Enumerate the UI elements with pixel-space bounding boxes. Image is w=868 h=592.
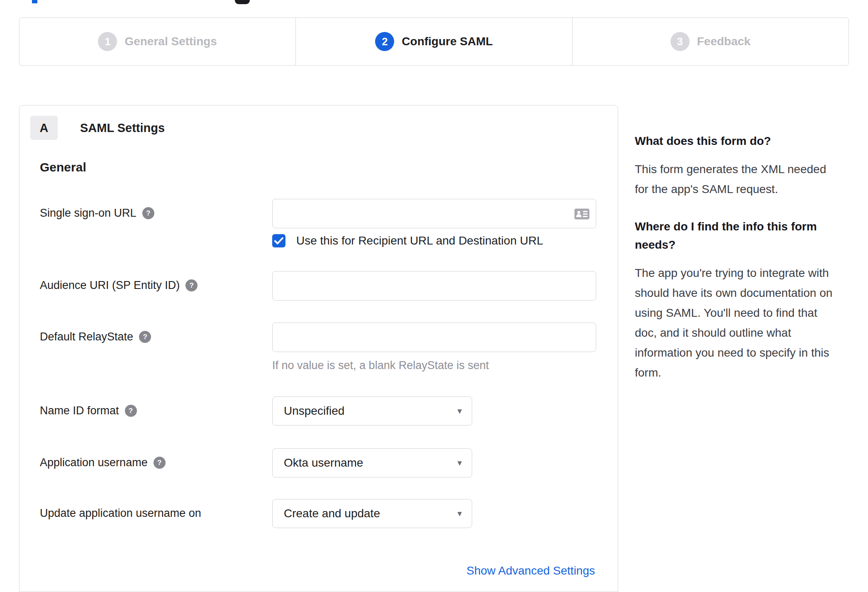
sso-url-help-icon[interactable]: ?: [142, 207, 154, 219]
name-id-format-label-wrap: Name ID format?: [20, 396, 272, 426]
relay-state-help-icon[interactable]: ?: [139, 331, 151, 343]
application-username-help-icon[interactable]: ?: [154, 457, 166, 469]
audience-uri-label: Audience URI (SP Entity ID): [40, 279, 180, 291]
step-1-label: General Settings: [124, 35, 217, 48]
audience-uri-label-wrap: Audience URI (SP Entity ID)?: [20, 271, 272, 301]
sso-url-row: Single sign-on URL?: [20, 199, 618, 247]
sso-url-label-wrap: Single sign-on URL?: [20, 199, 272, 247]
relay-state-input[interactable]: [272, 323, 596, 352]
section-header: A SAML Settings: [20, 105, 618, 140]
application-username-label: Application username: [40, 456, 148, 469]
step-general-settings[interactable]: 1 General Settings: [20, 18, 295, 65]
checkmark-icon: [274, 237, 283, 245]
recipient-url-checkbox-label: Use this for Recipient URL and Destinati…: [296, 234, 543, 247]
chevron-down-icon: ▾: [457, 458, 462, 468]
help-section-where: Where do I find the info this form needs…: [635, 218, 842, 383]
saml-settings-panel: A SAML Settings General Single sign-on U…: [19, 105, 618, 592]
general-group-title: General: [40, 160, 618, 174]
show-advanced-settings-link[interactable]: Show Advanced Settings: [466, 564, 595, 577]
name-id-format-value: Unspecified: [284, 404, 344, 418]
relay-state-label-wrap: Default RelayState?: [20, 323, 272, 372]
help-where-heading: Where do I find the info this form needs…: [635, 218, 842, 254]
cutoff-blue-title-fragment: [32, 0, 37, 3]
saml-form: Single sign-on URL?: [20, 199, 618, 577]
step-2-label: Configure SAML: [402, 35, 493, 48]
contact-card-icon: [574, 208, 590, 220]
audience-uri-help-icon[interactable]: ?: [185, 279, 197, 291]
audience-uri-input[interactable]: [272, 271, 596, 301]
update-username-value: Create and update: [284, 507, 380, 520]
help-section-what: What does this form do? This form genera…: [635, 132, 842, 199]
cutoff-dark-icon-fragment: [235, 0, 250, 4]
chevron-down-icon: ▾: [457, 509, 462, 519]
step-1-circle: 1: [98, 32, 117, 51]
update-username-row: Update application username on Create an…: [20, 499, 618, 528]
help-what-body: This form generates the XML needed for t…: [635, 159, 842, 199]
audience-uri-row: Audience URI (SP Entity ID)?: [20, 271, 618, 301]
update-username-label: Update application username on: [40, 507, 201, 519]
application-username-row: Application username? Okta username ▾: [20, 448, 618, 477]
sso-url-input[interactable]: [272, 199, 596, 228]
step-3-circle: 3: [671, 32, 690, 51]
step-feedback[interactable]: 3 Feedback: [572, 18, 848, 65]
relay-state-label: Default RelayState: [40, 330, 133, 343]
application-username-label-wrap: Application username?: [20, 448, 272, 477]
name-id-format-row: Name ID format? Unspecified ▾: [20, 396, 618, 426]
application-username-select[interactable]: Okta username ▾: [272, 448, 472, 477]
step-configure-saml[interactable]: 2 Configure SAML: [295, 18, 572, 65]
help-sidebar: What does this form do? This form genera…: [635, 132, 842, 383]
help-where-body: The app you're trying to integrate with …: [635, 263, 842, 383]
name-id-format-select[interactable]: Unspecified ▾: [272, 396, 472, 426]
step-2-circle: 2: [375, 32, 394, 51]
update-username-select[interactable]: Create and update ▾: [272, 499, 472, 528]
relay-state-helper-text: If no value is set, a blank RelayState i…: [272, 359, 596, 372]
chevron-down-icon: ▾: [457, 406, 462, 416]
sso-url-label: Single sign-on URL: [40, 207, 137, 219]
relay-state-row: Default RelayState? If no value is set, …: [20, 323, 618, 372]
wizard-stepper: 1 General Settings 2 Configure SAML 3 Fe…: [19, 17, 849, 66]
update-username-label-wrap: Update application username on: [20, 499, 272, 528]
section-a-badge: A: [30, 116, 58, 140]
recipient-url-checkbox[interactable]: [272, 234, 285, 247]
help-what-heading: What does this form do?: [635, 132, 842, 150]
step-3-label: Feedback: [697, 35, 751, 48]
name-id-format-label: Name ID format: [40, 404, 119, 417]
name-id-format-help-icon[interactable]: ?: [125, 405, 137, 417]
application-username-value: Okta username: [284, 456, 363, 470]
section-title: SAML Settings: [80, 121, 165, 135]
sso-checkbox-row: Use this for Recipient URL and Destinati…: [272, 234, 596, 247]
